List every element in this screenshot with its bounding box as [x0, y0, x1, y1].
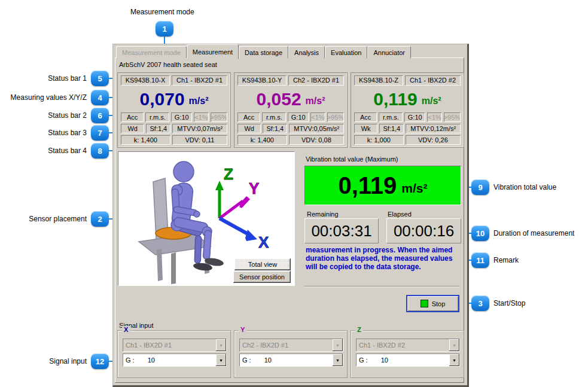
gain-select-y[interactable]: G :10 ▼: [239, 354, 343, 367]
channel-panel-y: KS943B.10-Y Ch2 - IBX2D #1 0,052 m/s² Ac…: [234, 72, 348, 148]
callout-badge-4: 4: [91, 90, 109, 105]
chevron-down-icon[interactable]: ▼: [333, 354, 343, 366]
elapsed-time-display: 00:00:16: [386, 218, 461, 243]
status-bar-3: Wd Sf:1,4 MTVV:0,07m/s²: [121, 124, 227, 133]
callout-status-bar-1: Status bar 1 5: [0, 71, 116, 86]
channel-select-z: Ch1 - IBX2D #2 ▼: [356, 339, 460, 352]
remaining-time-display: 00:03:31: [304, 218, 379, 243]
callout-signal-input: Signal input 12: [0, 354, 116, 369]
callout-status-bar-4: Status bar 4 8: [0, 143, 116, 159]
separator-line: [304, 286, 459, 287]
measuring-value: 0,070 m/s²: [121, 87, 227, 111]
tab-measurement-mode[interactable]: Measurement mode: [116, 46, 187, 58]
callout-badge-6: 6: [91, 108, 109, 123]
callout-badge-1: 1: [156, 21, 173, 36]
callout-badge-12: 12: [91, 354, 109, 369]
status-bar-2: Acc r.m.s. G:10 <1% >95%: [237, 112, 344, 122]
total-view-button[interactable]: Total view: [234, 258, 291, 270]
callout-badge-2: 2: [91, 211, 109, 227]
signal-group-z: Z Ch1 - IBX2D #2 ▼ G :10 ▼: [351, 330, 464, 378]
axis-label-y: Y: [249, 179, 259, 197]
vibration-total-value-label: Vibration total value (Maximum): [306, 156, 398, 163]
callout-badge-11: 11: [471, 252, 489, 268]
sensor-name-cell: KS943B.10-Y: [237, 75, 287, 86]
channel-select-y: Ch2 - IBX2D #1 ▼: [239, 339, 343, 352]
callout-label-measurement-mode: Measurement mode: [130, 8, 194, 16]
status-bar-4: k: 1,400 VDV: 0,08: [237, 135, 344, 145]
status-bar-1: KS943B.10-Z Ch1 - IBX2D #2: [354, 75, 461, 86]
stop-icon: [421, 300, 428, 307]
signal-group-x-label: X: [122, 326, 130, 333]
callout-badge-5: 5: [91, 71, 109, 86]
sensor-position-button[interactable]: Sensor position: [233, 271, 291, 283]
chevron-down-icon[interactable]: ▼: [216, 354, 226, 366]
sensor-name-cell: KS943B.10-Z: [354, 75, 403, 86]
chevron-down-icon: ▼: [449, 339, 459, 351]
status-bar-4: k: 1,000 VDV: 0,26: [354, 135, 461, 145]
axis-label-z: Z: [224, 165, 233, 183]
signal-group-z-label: Z: [355, 326, 363, 333]
callout-badge-7: 7: [91, 125, 109, 141]
callout-sensor-placement: Sensor placement 2: [0, 211, 116, 227]
input-name-cell: Ch1 - IBX2D #1: [172, 75, 227, 86]
channel-panel-z: KS943B.10-Z Ch1 - IBX2D #2 0,119 m/s² Ac…: [351, 72, 464, 148]
channel-select-x: Ch1 - IBX2D #1 ▼: [123, 339, 227, 352]
status-bar-1: KS943B.10-X Ch1 - IBX2D #1: [121, 75, 227, 86]
chevron-down-icon: ▼: [333, 339, 343, 351]
signal-group-y-label: Y: [239, 326, 246, 333]
measuring-value: 0,052 m/s²: [237, 87, 344, 111]
callout-badge-10: 10: [471, 226, 489, 241]
callout-remark: 11 Remark: [461, 252, 519, 268]
axes-icon: Z Y X: [215, 165, 269, 251]
sensor-name-cell: KS943B.10-X: [121, 75, 170, 86]
signal-group-x: X Ch1 - IBX2D #1 ▼ G :10 ▼: [117, 330, 231, 378]
input-name-cell: Ch2 - IBX2D #1: [288, 75, 344, 86]
measuring-value: 0,119 m/s²: [354, 87, 461, 111]
input-name-cell: Ch1 - IBX2D #2: [405, 75, 461, 86]
documentation-page: { "callouts": { "top": {"num": "1", "lab…: [0, 0, 588, 387]
gain-select-z[interactable]: G :10 ▼: [356, 354, 460, 367]
callout-measuring-values: Measuring values X/Y/Z 4: [0, 90, 116, 105]
tab-measurement[interactable]: Measurement: [187, 44, 239, 59]
remark-text: measurement in progress. When the aimed …: [306, 246, 460, 271]
tab-data-storage[interactable]: Data storage: [239, 46, 288, 58]
callout-status-bar-3: Status bar 3 7: [0, 125, 116, 141]
chevron-down-icon: ▼: [216, 339, 226, 351]
measurement-app-window: Measurement mode Measurement Data storag…: [112, 44, 469, 387]
vibration-total-value-unit: m/s²: [401, 181, 427, 196]
callout-badge-3: 3: [471, 295, 489, 311]
status-bar-1: KS943B.10-Y Ch2 - IBX2D #1: [237, 75, 344, 86]
status-bar-4: k: 1,400 VDV: 0,11: [121, 135, 227, 145]
vibration-total-value-display: 0,119 m/s²: [304, 166, 461, 205]
chevron-down-icon[interactable]: ▼: [449, 354, 459, 366]
callout-vibration-total-value: 9 Vibration total value: [461, 179, 556, 195]
signal-group-y: Y Ch2 - IBX2D #1 ▼ G :10 ▼: [234, 330, 348, 378]
tab-annuciator[interactable]: Annuciator: [367, 46, 411, 58]
axis-label-x: X: [258, 233, 269, 251]
vibration-total-value: 0,119: [338, 172, 397, 199]
stop-button[interactable]: Stop: [406, 295, 459, 312]
tab-analysis[interactable]: Analysis: [288, 46, 325, 58]
sensor-placement-view: Z Y X Total view Sensor position: [118, 151, 295, 286]
tab-bar: Measurement mode Measurement Data storag…: [116, 45, 411, 58]
status-bar-3: Wd Sf:1,4 MTVV:0,05m/s²: [237, 124, 344, 133]
callout-badge-9: 9: [471, 179, 489, 195]
tab-evaluation[interactable]: Evaluation: [325, 46, 367, 58]
channel-panel-x: KS943B.10-X Ch1 - IBX2D #1 0,070 m/s² Ac…: [117, 72, 231, 148]
status-bar-3: Wk Sf:1,4 MTVV:0,12m/s²: [354, 124, 461, 133]
elapsed-label: Elapsed: [388, 211, 412, 218]
status-bar-2: Acc r.m.s. G:10 <1% >95%: [121, 112, 227, 122]
gain-select-x[interactable]: G :10 ▼: [123, 354, 227, 367]
status-bar-2: Acc r.m.s. G:10 <1% >95%: [354, 112, 461, 122]
measurement-mode-label: ArbSchV 2007 health seated seat: [119, 61, 217, 68]
callout-duration-of-measurement: 10 Duration of measurement: [461, 226, 574, 241]
callout-badge-8: 8: [91, 143, 109, 159]
stop-button-label: Stop: [432, 300, 446, 307]
callout-status-bar-2: Status bar 2 6: [0, 108, 116, 123]
callout-start-stop: 3 Start/Stop: [461, 295, 525, 311]
remaining-label: Remaining: [307, 211, 339, 218]
